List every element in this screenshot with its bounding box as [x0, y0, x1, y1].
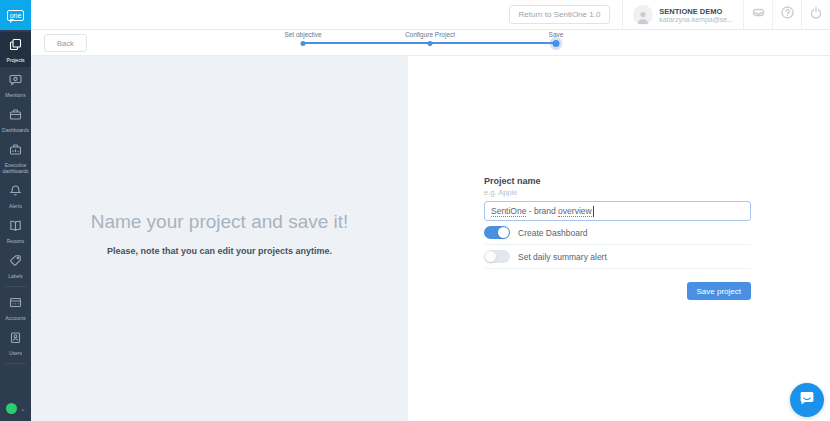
help-icon — [780, 5, 795, 24]
return-to-sentione-button[interactable]: Return to SentiOne 1.0 — [509, 5, 611, 24]
sidebar: one Projects Mentions Dashboards Execut — [0, 0, 31, 421]
sidebar-divider — [5, 363, 26, 364]
alerts-icon — [9, 183, 22, 201]
step-dot-set-objective[interactable] — [301, 41, 306, 46]
sidebar-item-alerts[interactable]: Alerts — [0, 178, 31, 213]
power-icon — [809, 6, 823, 24]
logout-button[interactable] — [801, 0, 830, 29]
sidebar-divider — [5, 286, 26, 287]
input-text-part1: SentiOne — [491, 206, 526, 217]
users-icon — [9, 330, 22, 348]
project-name-input[interactable]: SentiOne - brand overview — [484, 201, 751, 221]
chat-launcher-button[interactable] — [790, 383, 824, 417]
input-text-part3: overview — [558, 206, 592, 217]
help-button[interactable] — [772, 0, 801, 29]
project-name-hint: e.g. Apple — [484, 188, 751, 197]
notifications-tray-button[interactable] — [743, 0, 772, 29]
mentions-icon — [9, 72, 22, 90]
user-email: katarzyna.kempa@se... — [659, 16, 733, 23]
sidebar-item-label: Accounts — [5, 315, 26, 321]
status-online-dot — [6, 403, 17, 414]
accounts-icon — [9, 295, 22, 313]
step-save[interactable]: Save — [549, 31, 564, 38]
avatar — [633, 5, 653, 25]
create-dashboard-toggle-row[interactable]: Create Dashboard — [484, 221, 751, 245]
wizard-bar: Back Set objective Configure Project Sav… — [31, 30, 830, 56]
toggle-knob — [498, 227, 509, 238]
sidebar-item-label: Dashboards — [2, 127, 29, 133]
user-menu[interactable]: SENTIONE DEMO katarzyna.kempa@se... — [622, 0, 743, 29]
daily-summary-label: Set daily summary alert — [518, 252, 607, 262]
intro-subtitle: Please, note that you can edit your proj… — [91, 246, 349, 256]
intro-panel: Name your project and save it! Please, n… — [31, 56, 408, 421]
text-cursor — [593, 206, 594, 217]
intro-title: Name your project and save it! — [91, 211, 349, 233]
logo-text: one — [7, 10, 25, 21]
executive-dashboards-icon — [9, 142, 22, 160]
save-project-button[interactable]: Save project — [687, 282, 751, 300]
toggle-knob — [485, 251, 496, 262]
sidebar-nav: Projects Mentions Dashboards Executive d… — [0, 32, 31, 367]
toggle-on-switch[interactable] — [484, 226, 510, 239]
form-panel: Project name e.g. Apple SentiOne - brand… — [408, 56, 830, 421]
toggle-off-switch[interactable] — [484, 250, 510, 263]
sidebar-item-label: Alerts — [9, 203, 22, 209]
reports-icon — [9, 218, 22, 236]
step-dot-configure-project[interactable] — [428, 41, 433, 46]
dashboards-icon — [9, 107, 22, 125]
sentione-logo[interactable]: one — [0, 0, 31, 30]
sidebar-item-label: Labels — [8, 273, 23, 279]
form-actions: Save project — [484, 282, 751, 300]
project-name-label: Project name — [484, 176, 751, 186]
step-set-objective[interactable]: Set objective — [284, 31, 321, 38]
sidebar-item-reports[interactable]: Reports — [0, 213, 31, 248]
user-name: SENTIONE DEMO — [659, 7, 733, 16]
sidebar-item-dashboards[interactable]: Dashboards — [0, 102, 31, 137]
sidebar-item-mentions[interactable]: Mentions — [0, 67, 31, 102]
sidebar-item-accounts[interactable]: Accounts — [0, 290, 31, 325]
chat-bubble-icon — [799, 390, 815, 410]
sidebar-item-projects[interactable]: Projects — [0, 32, 31, 67]
inbox-tray-icon — [751, 5, 766, 24]
step-configure-project[interactable]: Configure Project — [405, 31, 455, 38]
create-dashboard-label: Create Dashboard — [518, 228, 587, 238]
sidebar-item-label: Mentions — [5, 92, 25, 98]
back-button[interactable]: Back — [44, 34, 87, 52]
labels-icon — [9, 253, 22, 271]
sidebar-item-label: Users — [9, 350, 22, 356]
projects-icon — [9, 37, 22, 55]
input-text-part2: - brand — [526, 206, 558, 216]
chevron-down-icon: ⌄ — [20, 405, 26, 412]
save-project-form: Project name e.g. Apple SentiOne - brand… — [484, 176, 751, 300]
top-header: Return to SentiOne 1.0 SENTIONE DEMO kat… — [31, 0, 830, 30]
sidebar-item-users[interactable]: Users — [0, 325, 31, 360]
daily-summary-toggle-row[interactable]: Set daily summary alert — [484, 245, 751, 269]
sidebar-item-labels[interactable]: Labels — [0, 248, 31, 283]
connection-status-menu[interactable]: ⌄ — [6, 403, 26, 414]
sidebar-item-label: Projects — [6, 57, 24, 63]
sidebar-item-label: Executive dashboards — [1, 162, 30, 174]
sidebar-item-executive-dashboards[interactable]: Executive dashboards — [0, 137, 31, 178]
sidebar-item-label: Reports — [7, 238, 25, 244]
step-dot-save[interactable] — [553, 40, 560, 47]
